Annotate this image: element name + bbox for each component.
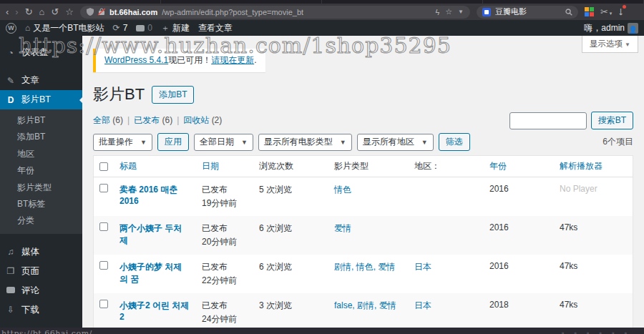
sidebar-item-movie-bt[interactable]: D影片BT [0,90,82,109]
view-filter-link[interactable]: 回收站 (2) [172,114,222,127]
post-status: 已发布 [202,262,228,272]
tab-fragment[interactable] [322,0,483,4]
chevron-down-icon: ▼ [340,139,346,146]
movie-types-links[interactable]: false, 剧情, 爱情 [334,300,396,310]
view-posts-label: 查看文章 [198,22,233,34]
browser-toolbar: ‹ › ↻ ⌂ ↺ ☆ bt.66hai.com/wp-admin/edit.p… [0,4,644,20]
sidebar-item-pages[interactable]: ❐页面 [0,262,82,281]
sidebar-item-comments[interactable]: 评论 [0,281,82,300]
tab-fragment[interactable] [0,0,161,4]
player-cell: 47ks [554,255,633,293]
column-header[interactable]: 日期 [196,156,253,177]
page-title: 影片BT [93,84,145,105]
bulk-actions-select[interactable]: 批量操作▼ [93,134,152,151]
update-now-link[interactable]: 请现在更新 [211,55,254,65]
lightning-icon[interactable]: ϟ [435,8,439,16]
screenshot-scissors-icon[interactable]: ✂ ▾ [600,7,612,16]
column-header[interactable]: 解析播放器 [554,156,633,177]
submenu-item[interactable]: 添加BT [0,129,82,145]
sidebar-label: 仪表盘 [21,46,49,59]
filter-button[interactable]: 筛选 [439,133,470,151]
select-all-checkbox[interactable] [99,162,108,171]
apply-button[interactable]: 应用 [157,133,189,151]
search-button[interactable]: 搜索BT [591,112,633,129]
row-checkbox[interactable] [99,222,108,231]
view-filter-link[interactable]: 已发布 (6) [123,114,172,127]
tab-fragment[interactable] [161,0,322,4]
sidebar-label: 下载 [21,304,39,316]
movie-types-links[interactable]: 情色 [334,185,351,195]
tab-fragment[interactable] [483,0,644,4]
apps-grid-icon[interactable] [585,7,594,16]
back-icon[interactable]: ‹ [6,7,9,16]
sidebar-label: 评论 [21,285,39,297]
home-icon[interactable]: ⌂ [39,7,45,16]
notice-text: 现已可用！ [168,55,211,65]
column-header[interactable]: 年份 [484,156,554,177]
my-account-menu[interactable]: 嗨，admin [584,22,638,34]
wp-logo-menu[interactable]: W [6,23,16,34]
insecure-lock-icon[interactable] [98,8,105,16]
updates-menu[interactable]: ⟳7 [113,23,128,33]
region-filter-select[interactable]: 显示所有地区▼ [357,134,434,151]
avatar [628,23,638,34]
site-name-menu[interactable]: ⌂又是一个BT电影站 [25,22,104,34]
row-checkbox[interactable] [99,184,108,192]
comments-menu[interactable]: 0 [136,23,152,33]
date-filter-select[interactable]: 全部日期▼ [194,134,253,151]
reload-icon[interactable]: ↻ [25,7,33,16]
submenu-item[interactable]: 影片类型 [0,180,82,196]
restore-session-icon[interactable]: ↺ [51,7,59,16]
post-title-link[interactable]: 小姨子2 어린 처제 2 [119,300,189,322]
chevron-down-icon: ▼ [625,41,630,48]
home-icon: ⌂ [25,23,30,33]
column-header[interactable]: 标题 [114,156,196,177]
sidebar-item-dashboard[interactable]: ◔仪表盘 [0,43,82,62]
post-time: 22分钟前 [202,275,248,287]
new-content-menu[interactable]: ＋新建 [161,22,190,34]
tracking-shield-icon[interactable] [87,8,94,16]
notice-suffix: . [254,55,256,65]
column-header: 影片类型 [328,156,409,177]
submenu-item[interactable]: 地区 [0,146,82,162]
search-icon[interactable] [565,9,572,16]
post-title-link[interactable]: 两个小姨子 두처제 [119,223,182,245]
movie-types-links[interactable]: 剧情, 情色, 爱情 [334,262,395,272]
browser-search-box[interactable]: 豆瓣电影 [477,6,578,19]
star-icon[interactable]: ☆ [445,7,452,16]
post-title-link[interactable]: 小姨子的梦 처제의 꿈 [119,262,182,284]
sidebar-item-downloads[interactable]: ⇩下载 [0,300,82,320]
updates-icon: ⟳ [113,23,120,33]
sidebar-item-posts[interactable]: ✎文章 [0,71,82,90]
downloads-icon[interactable]: ⭣ [618,7,623,16]
screen-options-button[interactable]: 显示选项 ▼ [582,36,638,53]
bookmark-star-icon[interactable]: ☆ [65,7,74,16]
region-link[interactable]: 日本 [414,300,431,310]
region-link[interactable]: 日本 [414,262,431,272]
view-posts-menu[interactable]: 查看文章 [198,22,233,34]
movie-types-links[interactable]: 爱情 [334,223,351,233]
url-bar[interactable]: bt.66hai.com/wp-admin/edit.php?post_type… [80,6,470,19]
add-new-button[interactable]: 添加BT [152,86,194,104]
submenu-item[interactable]: 影片BT [0,112,82,129]
post-title-link[interactable]: 卖春 2016 매춘 2016 [119,185,177,206]
table-row: 两个小姨子 두처제 已发布20分钟前 6 次浏览 爱情 2016 47ks [94,216,633,255]
row-checkbox[interactable] [99,261,108,270]
submenu-item[interactable]: 年份 [0,162,82,179]
wordpress-logo-icon: W [6,23,16,34]
forward-icon[interactable]: › [15,7,18,16]
submenu-item[interactable]: BT标签 [0,196,82,212]
type-filter-select[interactable]: 显示所有电影类型▼ [258,134,352,151]
search-input[interactable] [509,112,587,129]
chevron-down-icon[interactable]: ▼ [458,9,464,15]
views-cell: 6 次浏览 [253,216,328,255]
submenu-item[interactable]: 分类 [0,212,82,229]
dashboard-icon: ◔ [6,48,16,58]
row-checkbox[interactable] [99,300,108,308]
view-filter-link[interactable]: 全部 (6) [93,114,123,127]
wp-admin-bar: W ⌂又是一个BT电影站 ⟳7 0 ＋新建 查看文章 嗨，admin [0,20,644,36]
wordpress-version-link[interactable]: WordPress 5.4.1 [104,55,168,65]
player-cell: No Player [554,177,633,217]
sidebar-item-media[interactable]: ♫媒体 [0,242,82,262]
sidebar-label: 文章 [21,74,39,87]
